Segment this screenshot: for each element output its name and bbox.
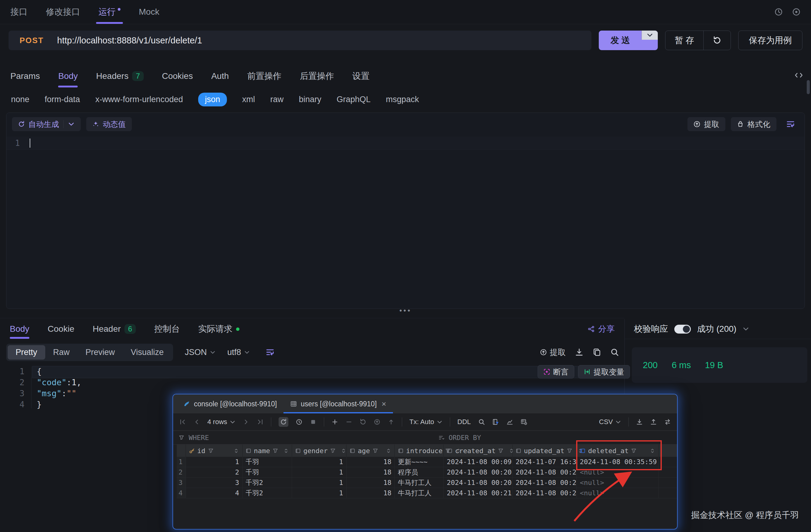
view-tab-visualize[interactable]: Visualize (123, 345, 172, 360)
search-icon[interactable] (478, 419, 485, 425)
cell-introduce[interactable]: 牛马打工人 (395, 478, 444, 488)
cell-created_at[interactable]: 2024-11-08 00:21:26 (444, 488, 512, 498)
cell-age[interactable]: 18 (347, 457, 395, 467)
cell-deleted_at[interactable]: <null> (577, 488, 659, 498)
wrap-lines-button[interactable] (261, 345, 279, 359)
previous-page-icon[interactable] (193, 419, 200, 425)
ddl-button[interactable]: DDL (458, 418, 471, 426)
compare-icon[interactable] (664, 419, 671, 425)
cell-name[interactable]: 千羽 (243, 457, 292, 467)
dynamic-value-button[interactable]: 动态值 (86, 117, 132, 131)
save-as-case-button[interactable]: 保存为用例 (738, 31, 802, 50)
encoding-select[interactable]: utf8 (227, 348, 250, 357)
db-tab-0[interactable]: console [@localhost-9910] (177, 394, 284, 413)
view-tab-pretty[interactable]: Pretty (7, 345, 45, 360)
request-tab-7[interactable]: 设置 (352, 65, 369, 88)
cell-updated_at[interactable]: 2024-11-08 00:20:28 (512, 467, 577, 477)
view-tab-preview[interactable]: Preview (78, 345, 123, 360)
request-tab-5[interactable]: 前置操作 (247, 65, 281, 88)
auto-generate-button[interactable]: 自动生成 (12, 117, 81, 131)
editor-line-1[interactable]: 1 (6, 137, 805, 150)
stash-button[interactable]: 暂 存 (665, 31, 703, 50)
topnav-tab-2[interactable]: 运行 (98, 0, 121, 24)
cell-introduce[interactable]: 牛马打工人 (395, 488, 444, 498)
cell-created_at[interactable]: 2024-11-08 00:20:28 (444, 467, 512, 477)
cell-id[interactable]: 3 (186, 478, 243, 488)
cell-name[interactable]: 千羽2 (243, 488, 292, 498)
cell-introduce[interactable]: 更新~~~~ (395, 457, 444, 467)
request-tab-1[interactable]: Body (58, 65, 78, 88)
extract-button[interactable]: 提取 (687, 117, 725, 131)
import-icon[interactable] (636, 419, 643, 425)
format-select[interactable]: JSON (185, 348, 216, 357)
request-tab-2[interactable]: Headers7 (96, 65, 143, 88)
search-icon[interactable] (610, 348, 619, 357)
column-header-gender[interactable]: gender (292, 444, 347, 457)
close-icon[interactable]: × (382, 399, 386, 409)
stop-icon[interactable] (310, 419, 317, 425)
column-header-name[interactable]: name (243, 444, 292, 457)
cell-deleted_at[interactable]: <null> (577, 478, 659, 488)
table-settings-icon[interactable] (520, 419, 527, 425)
copy-icon[interactable] (593, 348, 601, 357)
download-icon[interactable] (575, 348, 583, 357)
cell-updated_at[interactable]: 2024-11-08 00:21:26 (512, 488, 577, 498)
chevron-down-icon[interactable] (68, 121, 75, 127)
filter-table-icon[interactable] (492, 419, 499, 425)
format-button[interactable]: 格式化 (731, 117, 777, 131)
cell-id[interactable]: 1 (186, 457, 243, 467)
cell-id[interactable]: 2 (186, 467, 243, 477)
cell-name[interactable]: 千羽2 (243, 478, 292, 488)
request-tab-4[interactable]: Auth (211, 65, 229, 88)
topnav-tab-1[interactable]: 修改接口 (46, 0, 80, 24)
view-tab-raw[interactable]: Raw (45, 345, 78, 360)
chart-icon[interactable] (506, 419, 513, 425)
next-page-icon[interactable] (243, 419, 249, 425)
schedule-refresh-icon[interactable] (296, 419, 303, 425)
cell-id[interactable]: 4 (186, 488, 243, 498)
export-format-select[interactable]: CSV (599, 418, 621, 426)
send-button[interactable]: 发 送 (599, 31, 642, 50)
response-tab-4[interactable]: 实际请求 (198, 319, 240, 339)
cell-gender[interactable]: 1 (292, 488, 347, 498)
transaction-mode-select[interactable]: Tx: Auto (410, 418, 443, 426)
export-icon[interactable] (650, 419, 657, 425)
request-tab-6[interactable]: 后置操作 (300, 65, 334, 88)
cell-name[interactable]: 千羽 (243, 467, 292, 477)
response-tab-2[interactable]: Header6 (93, 319, 136, 339)
assert-button[interactable]: 断言 (538, 365, 574, 378)
add-row-icon[interactable] (332, 419, 338, 425)
body-type-json[interactable]: json (198, 93, 227, 106)
body-type-raw[interactable]: raw (270, 95, 284, 104)
where-input[interactable]: WHERE (189, 434, 209, 441)
history-icon[interactable] (774, 7, 783, 16)
submit-icon[interactable] (388, 419, 395, 425)
revert-icon[interactable] (359, 419, 366, 425)
delete-row-icon[interactable] (346, 419, 352, 425)
cell-updated_at[interactable]: 2024-11-08 00:20:53 (512, 478, 577, 488)
extract-button[interactable]: 提取 (540, 347, 566, 358)
wrap-lines-button[interactable] (782, 117, 799, 131)
request-tab-3[interactable]: Cookies (162, 65, 193, 88)
cell-gender[interactable]: 1 (292, 467, 347, 477)
body-type-xml[interactable]: xml (242, 95, 255, 104)
column-header-updated_at[interactable]: updated_at (512, 444, 577, 457)
cell-deleted_at[interactable]: <null> (577, 467, 659, 477)
reset-button[interactable] (704, 31, 731, 50)
topnav-tab-3[interactable]: Mock (139, 0, 159, 24)
body-type-none[interactable]: none (11, 95, 29, 104)
db-tab-1[interactable]: users [@localhost-9910]× (284, 394, 393, 413)
share-button[interactable]: 分享 (588, 324, 615, 334)
panel-splitter[interactable]: ••• (0, 306, 811, 315)
request-tab-0[interactable]: Params (11, 65, 40, 88)
order-by-input[interactable]: ORDER BY (449, 434, 481, 441)
response-tab-0[interactable]: Body (10, 319, 29, 339)
scrollbar-thumb[interactable] (807, 80, 810, 94)
cell-created_at[interactable]: 2024-11-08 00:09:13 (444, 457, 512, 467)
last-page-icon[interactable] (257, 419, 264, 425)
cell-updated_at[interactable]: 2024-11-07 16:35:59 (512, 457, 577, 467)
settings-icon[interactable] (792, 7, 800, 16)
column-header-age[interactable]: age (347, 444, 395, 457)
body-type-GraphQL[interactable]: GraphQL (337, 95, 371, 104)
first-page-icon[interactable] (179, 419, 186, 425)
